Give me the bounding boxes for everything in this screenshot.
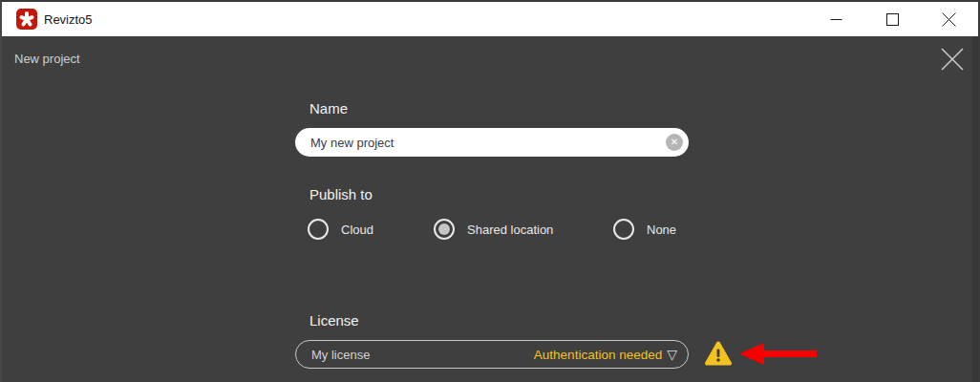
radio-shared-location-label: Shared location bbox=[467, 223, 553, 237]
radio-cloud-label: Cloud bbox=[341, 223, 373, 237]
window-title: Revizto5 bbox=[44, 12, 93, 27]
close-icon bbox=[942, 12, 956, 27]
clear-name-icon[interactable]: ✕ bbox=[666, 134, 683, 151]
dialog-title: New project bbox=[14, 52, 80, 66]
window-controls bbox=[814, 2, 978, 36]
publish-options: Cloud Shared location None bbox=[2, 218, 978, 241]
red-arrow-annotation-icon bbox=[739, 342, 817, 366]
radio-cloud[interactable]: Cloud bbox=[308, 218, 373, 241]
license-dropdown[interactable]: My license Authentication needed ▽ bbox=[295, 340, 689, 369]
dialog-right-edge bbox=[972, 36, 978, 382]
name-label: Name bbox=[309, 100, 348, 117]
close-button[interactable] bbox=[927, 2, 970, 36]
dialog-close-button[interactable] bbox=[938, 45, 967, 74]
radio-none[interactable]: None bbox=[613, 218, 676, 241]
radio-shared-location[interactable]: Shared location bbox=[434, 218, 553, 241]
license-value: My license bbox=[311, 348, 370, 362]
radio-none-label: None bbox=[647, 223, 676, 237]
minimize-icon bbox=[830, 13, 842, 26]
new-project-dialog: New project Name ✕ Publish to Cloud Shar… bbox=[2, 36, 978, 382]
app-logo-icon bbox=[16, 9, 37, 30]
publish-to-label: Publish to bbox=[309, 186, 373, 202]
maximize-button[interactable] bbox=[870, 2, 914, 36]
project-name-field: ✕ bbox=[295, 128, 689, 157]
app-window: Revizto5 New project bbox=[0, 0, 980, 382]
titlebar: Revizto5 bbox=[2, 2, 978, 36]
license-right-group: Authentication needed ▽ bbox=[534, 348, 677, 362]
dialog-close-icon bbox=[939, 46, 966, 73]
radio-circle-icon bbox=[308, 219, 329, 240]
license-label: License bbox=[309, 312, 359, 329]
minimize-button[interactable] bbox=[814, 2, 858, 36]
license-status-text: Authentication needed bbox=[534, 348, 662, 362]
maximize-icon bbox=[886, 13, 899, 26]
project-name-input[interactable] bbox=[295, 128, 689, 157]
dropdown-chevron-icon: ▽ bbox=[667, 348, 677, 361]
warning-triangle-icon bbox=[705, 341, 732, 366]
radio-circle-icon bbox=[434, 219, 455, 240]
radio-circle-icon bbox=[613, 219, 634, 240]
